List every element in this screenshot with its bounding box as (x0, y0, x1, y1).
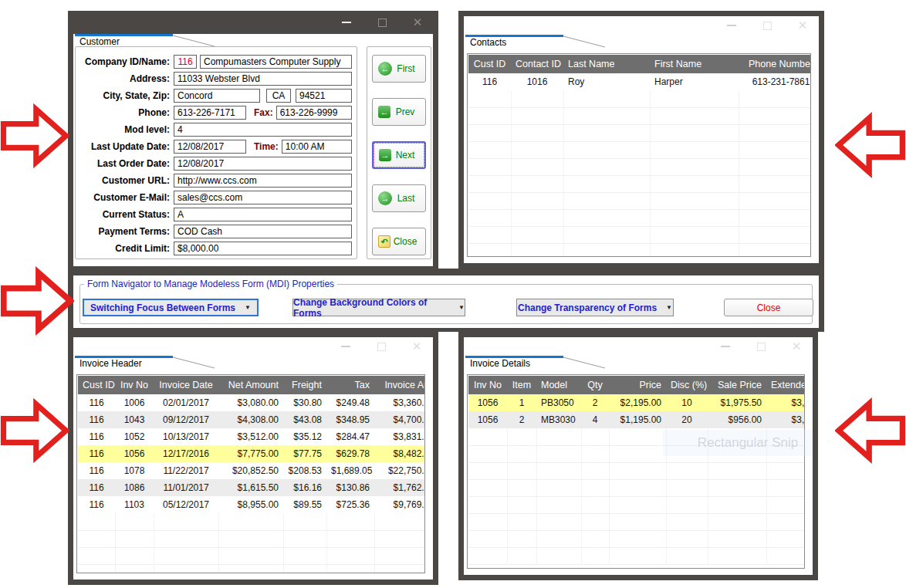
background-colors-dropdown[interactable]: Change Background Colors of Forms ▼ (292, 299, 465, 316)
table-cell: 20 (666, 411, 708, 428)
empty-row (468, 547, 805, 564)
column-header[interactable]: Price (609, 376, 666, 394)
close-form-button[interactable]: ↶ Close (372, 228, 426, 255)
table-row[interactable]: 116105210/13/2017$3,512.00$35.12$284.47$… (78, 428, 425, 445)
empty-row (468, 462, 805, 479)
column-header[interactable]: First Name (650, 55, 739, 73)
close-button[interactable]: ✕ (791, 341, 802, 352)
table-cell: MB3030 (536, 411, 581, 428)
invoice-header-titlebar[interactable]: ✕ (73, 337, 433, 356)
table-row[interactable]: 116107811/22/2017$20,852.50$208.53$1,689… (78, 462, 425, 479)
form-navigator-groupbox: Form Navigator to Manage Modeless Form (… (79, 284, 813, 324)
address-field[interactable]: 11033 Webster Blvd (174, 72, 352, 86)
column-header[interactable]: Last Name (563, 55, 650, 73)
invoice-header-window: ✕ Invoice Header Cust IDInv NoInvoice Da… (68, 332, 438, 585)
maximize-button[interactable] (376, 341, 387, 352)
time-field[interactable]: 10:00 AM (282, 140, 352, 154)
first-record-button[interactable]: ← First (372, 55, 426, 83)
empty-row (468, 209, 811, 226)
transparency-dropdown[interactable]: Change Transparency of Forms ▼ (516, 299, 674, 316)
chevron-down-icon: ▼ (245, 304, 251, 311)
company-name-field[interactable]: Compumasters Computer Supply (200, 55, 352, 69)
column-header[interactable]: Net Amount (218, 376, 283, 394)
maximize-button[interactable] (762, 20, 772, 31)
table-row[interactable]: 116104309/12/2017$4,308.00$43.08$348.95$… (78, 411, 425, 428)
switch-focus-dropdown[interactable]: Switching Focus Between Forms ▼ (83, 299, 259, 316)
table-cell: 1016 (511, 73, 563, 90)
contacts-window-titlebar[interactable]: ✕ (464, 16, 819, 35)
minimize-button[interactable] (720, 341, 731, 352)
column-header[interactable]: Tax (326, 376, 374, 394)
invoice-details-titlebar[interactable]: ✕ (464, 337, 813, 356)
column-header[interactable]: Invoice Date (154, 376, 218, 394)
mdi-navigator-strip: Form Navigator to Manage Modeless Form (… (68, 269, 824, 332)
fax-label: Fax: (246, 107, 276, 118)
minimize-button[interactable] (341, 17, 352, 28)
close-button[interactable]: ✕ (411, 341, 422, 352)
close-button[interactable]: ✕ (797, 20, 808, 31)
empty-row (468, 496, 805, 513)
time-label: Time: (246, 141, 282, 152)
column-header[interactable]: Qty (581, 376, 609, 394)
fax-field[interactable]: 613-226-9999 (276, 106, 352, 120)
maximize-icon (378, 19, 387, 27)
maximize-icon (763, 22, 772, 30)
table-row[interactable]: 116108611/01/2017$1,615.50$16.16$130.86$… (78, 479, 425, 496)
table-cell: $20,852.50 (218, 462, 283, 479)
customer-url-field[interactable]: http://www.ccs.com (174, 174, 352, 188)
maximize-icon (377, 343, 386, 351)
table-row[interactable]: 116110305/12/2017$8,955.00$89.55$725.36$… (78, 496, 425, 513)
column-header[interactable]: Inv No (115, 376, 154, 394)
address-label: Address: (76, 73, 174, 84)
payment-terms-field[interactable]: COD Cash (174, 225, 352, 238)
column-header[interactable]: Item (507, 376, 536, 394)
column-header[interactable]: Cust ID (468, 55, 511, 73)
prev-record-button[interactable]: ← Prev (372, 98, 426, 126)
current-status-field[interactable]: A (174, 208, 352, 221)
table-row[interactable]: 116100602/01/2017$3,080.00$30.80$249.48$… (78, 394, 425, 411)
column-header[interactable]: Cust ID (78, 376, 115, 394)
next-record-button[interactable]: → Next (372, 141, 426, 169)
column-header[interactable]: Sale Price (708, 376, 766, 394)
table-cell: $3,360.28 (374, 394, 425, 411)
table-row[interactable]: 1161016RoyHarper613-231-7861 (468, 73, 811, 90)
company-id-field[interactable]: 116 (174, 55, 197, 69)
undo-note-icon: ↶ (378, 235, 390, 248)
empty-row (78, 513, 425, 530)
table-cell: 116 (78, 394, 115, 411)
table-row[interactable]: 116105612/17/2016$7,775.00$77.75$629.78$… (78, 445, 425, 462)
state-field[interactable]: CA (266, 89, 291, 103)
column-header[interactable]: Phone Number (739, 55, 811, 73)
table-row[interactable]: 10562MB30304$1,195.0020$956.00$3,824.00 (468, 411, 805, 428)
minimize-button[interactable] (340, 341, 351, 352)
arrow-left-square-icon: ← (378, 106, 390, 118)
customer-email-field[interactable]: sales@ccs.com (174, 191, 352, 204)
navigator-close-button[interactable]: Close (724, 299, 813, 316)
column-header[interactable]: Model (536, 376, 581, 394)
table-row[interactable]: 10561PB30502$2,195.0010$1,975.50$3,951.0… (468, 394, 805, 411)
last-record-button[interactable]: → Last (372, 184, 426, 212)
column-header[interactable]: Extended Price (766, 376, 805, 394)
column-header[interactable]: Disc (%) (666, 376, 708, 394)
customer-window-titlebar[interactable]: ✕ (68, 11, 438, 34)
maximize-button[interactable] (377, 17, 387, 28)
last-update-date-field[interactable]: 12/08/2017 (174, 140, 246, 154)
table-cell: 1052 (115, 428, 154, 445)
mod-level-field[interactable]: 4 (174, 123, 352, 137)
phone-field[interactable]: 613-226-7171 (174, 106, 246, 120)
table-cell: 4 (581, 411, 609, 428)
column-header[interactable]: Contact ID (511, 55, 563, 73)
maximize-button[interactable] (756, 341, 766, 352)
city-field[interactable]: Concord (174, 89, 260, 103)
last-order-date-field[interactable]: 12/08/2017 (174, 157, 352, 171)
column-header[interactable]: Freight (283, 376, 326, 394)
minimize-button[interactable] (726, 20, 737, 31)
column-header[interactable]: Inv No (468, 376, 507, 394)
column-header[interactable]: Invoice Amt (374, 376, 425, 394)
dropdown-label: Switching Focus Between Forms (90, 302, 235, 313)
credit-limit-field[interactable]: $8,000.00 (174, 242, 352, 255)
first-button-label: First (392, 63, 420, 74)
close-button[interactable]: ✕ (412, 17, 423, 28)
zip-field[interactable]: 94521 (296, 89, 352, 103)
empty-row (468, 226, 811, 243)
